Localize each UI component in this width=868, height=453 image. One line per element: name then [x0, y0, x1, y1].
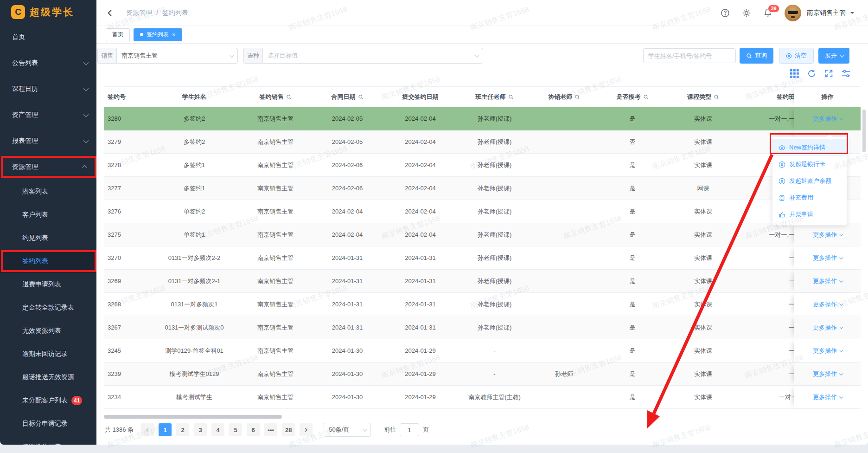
sidebar-item-prospect-list[interactable]: 潜客列表	[0, 180, 96, 203]
fullscreen-icon[interactable]	[824, 69, 833, 78]
column-settings-icon[interactable]	[842, 69, 850, 78]
sidebar-item-target-score-application-records[interactable]: 目标分申请记录	[0, 412, 96, 435]
refresh-icon[interactable]	[807, 69, 816, 78]
table-row[interactable]: 32700131一对多频次2-2南京销售主管2024-01-312024-01-…	[104, 246, 861, 270]
user-menu-caret-icon[interactable]	[850, 12, 854, 16]
popup-item-invoice-request[interactable]: 开票申请	[772, 206, 847, 223]
vertical-scrollbar-thumb[interactable]	[862, 110, 866, 152]
table-row[interactable]: 3275单签约1南京销售主管2024-02-042024-02-04孙老师(授课…	[104, 223, 861, 246]
more-actions-popup: New签约详情 发起退银行卡 发起退账户余额 补充费用 开票申请	[772, 136, 847, 226]
table-row[interactable]: 32670131一对多测试频次0南京销售主管2024-01-312024-01-…	[104, 316, 861, 339]
sales-filter-select[interactable]: 南京销售主管	[116, 48, 238, 64]
sidebar-item-suspended-student-list[interactable]: 停课学生列表	[0, 435, 96, 445]
table-row[interactable]: 3277多签约1南京销售主管2024-02-062024-02-04孙老师(授课…	[104, 177, 861, 200]
tab-contract-list[interactable]: 签约列表 ×	[134, 28, 182, 41]
table-cell	[530, 154, 598, 176]
sidebar-item-contract-list[interactable]: 签约列表	[0, 250, 96, 273]
table-row[interactable]: 3279多签约2南京销售主管2024-02-052024-02-04孙老师(授课…	[104, 130, 861, 154]
expand-button[interactable]: 展开	[818, 48, 849, 64]
pagination-ellipsis[interactable]: •••	[264, 423, 277, 436]
popup-item-refund-bank-card[interactable]: 发起退银行卡	[772, 156, 847, 173]
column-search-icon[interactable]	[358, 94, 364, 100]
pagination-page-1[interactable]: 1	[159, 423, 172, 436]
table-cell: 是	[598, 223, 667, 246]
sidebar-item-customer-list[interactable]: 客户列表	[0, 203, 96, 226]
sidebar-item-refund-application-list[interactable]: 退费申请列表	[0, 273, 96, 296]
user-name[interactable]: 南京销售主管	[807, 9, 846, 17]
table-cell: 多签约1	[150, 177, 238, 200]
table-cell: 孙老师(授课)	[459, 246, 530, 269]
search-box	[643, 48, 736, 63]
search-input[interactable]	[643, 48, 736, 63]
chevron-down-icon	[475, 53, 479, 58]
more-actions-link[interactable]: 更多操作	[813, 347, 842, 355]
table-row[interactable]: 3278多签约1南京销售主管2024-02-062024-02-04孙老师(授课…	[104, 154, 861, 177]
pagination-page-3[interactable]: 3	[194, 423, 207, 436]
more-actions-link[interactable]: 更多操作	[813, 115, 842, 123]
pagination-next-button[interactable]	[300, 423, 313, 436]
clear-button[interactable]: 清空	[779, 48, 814, 64]
tab-home[interactable]: 首页	[106, 28, 130, 41]
column-search-icon[interactable]	[286, 94, 292, 100]
sidebar-item-invalid-resource-list[interactable]: 无效资源列表	[0, 319, 96, 343]
popup-item-refund-account-balance[interactable]: 发起退账户余额	[772, 173, 847, 189]
table-cell: 否	[598, 130, 667, 153]
more-actions-link[interactable]: 更多操作	[813, 393, 842, 401]
table-row[interactable]: 3239模考测试学生0129南京销售主管2024-01-302024-01-29…	[104, 362, 861, 386]
user-avatar[interactable]	[785, 5, 801, 21]
pagination-page-5[interactable]: 5	[229, 423, 242, 436]
tab-close-icon[interactable]: ×	[172, 32, 176, 38]
breadcrumb-item-parent[interactable]: 资源管理	[126, 9, 152, 17]
grid-view-icon[interactable]	[790, 69, 799, 78]
pagination-page-2[interactable]: 2	[176, 423, 189, 436]
sidebar-item-unassigned-customer-list[interactable]: 未分配客户列表41	[0, 389, 96, 412]
sidebar-item-course-calendar[interactable]: 课程日历	[0, 76, 96, 102]
settings-gear-icon[interactable]	[742, 8, 751, 18]
table-cell: 0131一对多频次2-1	[150, 270, 238, 292]
sidebar-item-announcement-list[interactable]: 公告列表	[0, 50, 96, 76]
column-header-10: 操作	[794, 87, 861, 107]
horizontal-scrollbar-thumb[interactable]	[104, 415, 282, 419]
table-row[interactable]: 3280多签约2南京销售主管2024-02-052024-02-04孙老师(授课…	[104, 107, 861, 130]
query-button[interactable]: 查询	[740, 48, 773, 64]
pagination-page-6[interactable]: 6	[247, 423, 260, 436]
goto-page-group: 前往 页	[384, 423, 429, 436]
pagination-page-4[interactable]: 4	[211, 423, 224, 436]
goto-page-input[interactable]	[400, 423, 419, 436]
column-search-icon[interactable]	[643, 94, 649, 100]
sidebar-item-promise-push-invalid-resources[interactable]: 服诺推送无效资源	[0, 366, 96, 389]
sidebar-item-overdue-unvisited-records[interactable]: 逾期未回访记录	[0, 343, 96, 366]
sidebar-item-home[interactable]: 首页	[0, 24, 96, 50]
help-icon[interactable]	[721, 8, 730, 18]
sidebar-item-report-management[interactable]: 报表管理	[0, 128, 96, 154]
column-search-icon[interactable]	[508, 94, 514, 100]
table-row[interactable]: 32680131一对多频次1南京销售主管2024-01-312024-01-31…	[104, 293, 861, 316]
more-actions-link[interactable]: 更多操作	[813, 324, 842, 332]
back-icon[interactable]	[106, 9, 114, 17]
more-actions-link[interactable]: 更多操作	[813, 277, 842, 285]
column-search-icon[interactable]	[714, 94, 719, 100]
table-cell: 3267	[104, 316, 150, 339]
more-actions-link[interactable]: 更多操作	[813, 231, 842, 239]
table-row[interactable]: 3276单签约2南京销售主管2024-02-042024-02-04孙老师(授课…	[104, 200, 861, 223]
sidebar-item-asset-management[interactable]: 资产管理	[0, 102, 96, 128]
sidebar-item-resource-management[interactable]: 资源管理	[0, 154, 96, 180]
popup-item-supplementary-fee[interactable]: 补充费用	[772, 189, 847, 206]
page-size-select[interactable]: 50条/页	[324, 423, 371, 437]
sidebar-item-deposit-to-full-payment-records[interactable]: 定金转全款记录表	[0, 296, 96, 319]
column-search-icon[interactable]	[574, 94, 580, 100]
pagination-prev-button[interactable]	[141, 423, 154, 436]
table-row[interactable]: 3234模考测试学生南京销售主管2024-01-302024-01-29南京教师…	[104, 386, 861, 409]
breadcrumb-item-current[interactable]: 签约列表	[162, 9, 188, 17]
sidebar-item-appointment-list[interactable]: 约见列表	[0, 226, 96, 250]
table-row[interactable]: 3245测学0129-首签全科01南京销售主管2024-01-302024-01…	[104, 339, 861, 362]
popup-item-contract-detail[interactable]: New签约详情	[772, 139, 847, 156]
table-row[interactable]: 32690131一对多频次2-1南京销售主管2024-01-312024-01-…	[104, 270, 861, 293]
column-header-3: 合同日期	[313, 87, 382, 107]
more-actions-link[interactable]: 更多操作	[813, 370, 842, 378]
language-filter-select[interactable]: 选择目标值	[262, 48, 483, 64]
pagination-page-28[interactable]: 28	[282, 423, 295, 436]
more-actions-link[interactable]: 更多操作	[813, 300, 842, 309]
more-actions-link[interactable]: 更多操作	[813, 254, 842, 262]
notifications-bell-icon[interactable]: 39	[763, 8, 772, 18]
